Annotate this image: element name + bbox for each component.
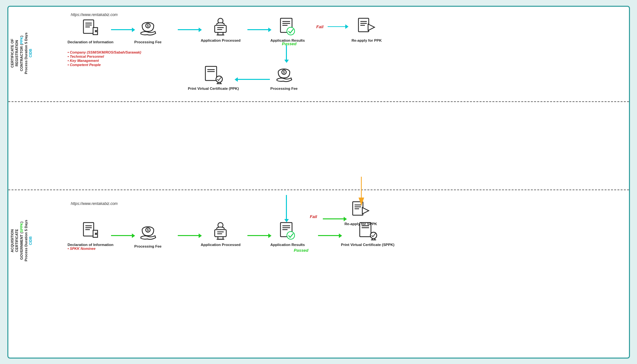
node-procfee1: $ Processing Fee <box>134 18 162 44</box>
decl-info-ppk: Company (SSM/SKM/ROS/Sabah/Sarawak) Tech… <box>68 50 141 67</box>
node-appres1: Application Results <box>271 16 305 42</box>
svg-point-19 <box>287 27 295 35</box>
svg-marker-24 <box>368 24 374 30</box>
section-stb: CERTIFICATE OF QUALITYBUMIPUTERA (SPPK)P… <box>8 190 629 360</box>
svg-text:$: $ <box>147 24 149 28</box>
arrow-line <box>247 29 268 30</box>
v-arrow-line <box>286 45 287 60</box>
node-appproc1: Application Processed <box>201 16 241 42</box>
v-arrow-passed-1 <box>284 45 289 63</box>
arrow-line <box>328 26 345 27</box>
arrow2 <box>178 28 202 32</box>
arrow3 <box>247 28 271 32</box>
node-appproc1-label: Application Processed <box>201 38 241 42</box>
document-icon <box>80 18 101 39</box>
node-reapply-ppk: Re-apply for PPK <box>352 16 382 42</box>
node-print-ppk: Print Virtual Certificate (PPK) <box>188 64 239 90</box>
arrow-line <box>178 29 199 30</box>
certificate-icon-1 <box>203 64 224 85</box>
arrow-proc-to-print <box>235 77 270 82</box>
node-reapply-ppk-label: Re-apply for PPK <box>352 38 382 42</box>
arrow-line <box>238 79 270 80</box>
section1-url: https://www.rentakabiz.com <box>71 13 118 17</box>
node-print-ppk-label: Print Virtual Certificate (PPK) <box>188 87 239 90</box>
decl-item-company: Company (SSM/SKM/ROS/Sabah/Sarawak) <box>68 50 141 54</box>
money-icon-2: $ <box>274 64 295 85</box>
fail-section-1: Fail <box>316 24 350 29</box>
svg-rect-28 <box>205 66 217 80</box>
node-declaration-ppk: Declaration of Information <box>68 18 114 44</box>
money-icon-1: $ <box>138 18 159 39</box>
decl-item-competent: Competent People <box>68 63 141 67</box>
decl-item-technical: Technical Personnel <box>68 55 141 58</box>
arrow-head <box>345 24 349 29</box>
svg-rect-11 <box>215 25 226 32</box>
svg-marker-4 <box>93 28 98 35</box>
node-procfee2: $ Processing Fee <box>271 64 298 90</box>
svg-text:$: $ <box>283 71 285 74</box>
node-procfee2-label: Processing Fee <box>271 87 298 90</box>
node-declaration-ppk-label: Declaration of Information <box>68 40 114 44</box>
arrow-decl-to-procfee <box>111 28 135 32</box>
node-procfee1-label: Processing Fee <box>134 40 162 44</box>
arrow-line <box>111 29 132 30</box>
arrow-fail-1 <box>328 24 349 29</box>
doc-check-icon-1 <box>277 16 298 37</box>
decl-item-key: Key Management <box>68 59 141 63</box>
fail-label-1: Fail <box>316 24 323 29</box>
section-ppk: CERTIFICATE OFREGISTRATIONCONTRACTOR (PP… <box>8 7 629 101</box>
v-arrow-head <box>284 60 289 63</box>
section-sppk: ACQUISITIONCERTIFICATEGOVERNMENT (SPPK)P… <box>8 101 629 190</box>
section1-label: CERTIFICATE OFREGISTRATIONCONTRACTOR (PP… <box>10 10 37 97</box>
main-container: CERTIFICATE OFREGISTRATIONCONTRACTOR (PP… <box>7 6 630 359</box>
reapply-icon-1 <box>356 16 377 37</box>
person-screen-icon-1 <box>210 16 231 37</box>
